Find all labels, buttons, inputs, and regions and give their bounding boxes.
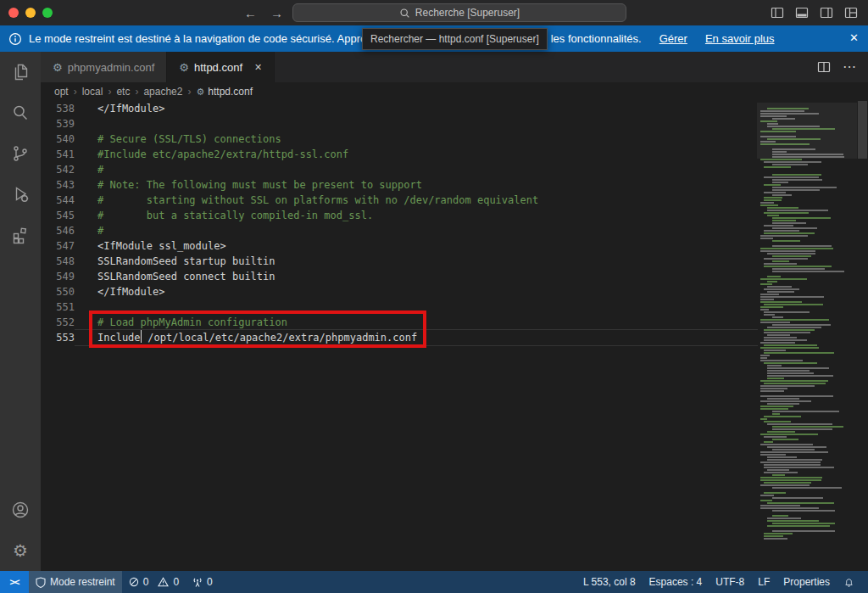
scrollbar-thumb[interactable] (858, 101, 867, 159)
code-line[interactable]: 546# (41, 223, 757, 238)
minimap-line (772, 515, 788, 517)
remote-indicator[interactable]: >< (0, 571, 29, 593)
ports-item[interactable]: 0 (186, 571, 220, 593)
split-editor-icon[interactable] (817, 60, 831, 74)
code-line[interactable]: 548SSLRandomSeed startup builtin (41, 254, 757, 269)
line-number[interactable]: 548 (41, 254, 75, 269)
minimap-line (760, 400, 811, 402)
minimap-line (767, 207, 798, 209)
line-number[interactable]: 546 (41, 223, 75, 238)
line-number[interactable]: 547 (41, 238, 75, 254)
zoom-window-button[interactable] (42, 8, 53, 18)
line-number[interactable]: 542 (41, 162, 75, 177)
code-line[interactable]: 540# Secure (SSL/TLS) connections (41, 131, 757, 147)
manage-link[interactable]: Gérer (659, 32, 687, 45)
line-number[interactable]: 543 (41, 177, 75, 193)
code-line[interactable]: 543# Note: The following must must be pr… (41, 177, 757, 193)
code-line[interactable]: 552# Load phpMyAdmin configuration (41, 315, 757, 330)
minimap-line (772, 227, 817, 229)
tab-close-icon[interactable]: ✕ (254, 62, 262, 73)
eol-item[interactable]: LF (751, 571, 776, 593)
more-actions-icon[interactable]: ⋯ (843, 60, 856, 74)
code-line[interactable]: 545# but a statically compiled-in mod_ss… (41, 208, 757, 223)
problems-item[interactable]: 0 0 (122, 571, 186, 593)
line-number[interactable]: 539 (41, 116, 75, 131)
breadcrumb-item[interactable]: opt (54, 86, 69, 98)
cursor-position-item[interactable]: L 553, col 8 (576, 571, 643, 593)
toggle-secondary-sidebar-icon[interactable] (820, 6, 833, 20)
code-line[interactable]: 547<IfModule ssl_module> (41, 238, 757, 254)
line-number[interactable]: 550 (41, 284, 75, 299)
toggle-sidebar-icon[interactable] (771, 6, 784, 20)
code-line[interactable]: 542# (41, 162, 757, 177)
minimap-line (767, 375, 833, 377)
minimap-line (764, 212, 809, 214)
code-line[interactable]: 550</IfModule> (41, 284, 757, 299)
notifications-item[interactable] (837, 571, 861, 593)
learn-more-link[interactable]: En savoir plus (705, 32, 775, 45)
account-icon[interactable] (0, 490, 41, 530)
line-number[interactable]: 549 (41, 269, 75, 284)
code-line[interactable]: 549SSLRandomSeed connect builtin (41, 269, 757, 284)
breadcrumb-item[interactable]: local (82, 86, 103, 98)
toggle-panel-icon[interactable] (795, 6, 809, 20)
code-line[interactable]: 553Include /opt/local/etc/apache2/extra/… (41, 330, 757, 345)
command-center-search[interactable]: Recherche [Superuser] (292, 3, 626, 22)
language-mode-item[interactable]: Properties (776, 571, 837, 593)
forward-icon[interactable]: → (270, 6, 283, 20)
search-sidebar-icon[interactable] (0, 92, 41, 133)
minimap-line (760, 306, 783, 308)
code-line[interactable]: 541#Include etc/apache2/extra/httpd-ssl.… (41, 147, 757, 162)
line-number[interactable]: 551 (41, 299, 75, 315)
minimap-line (760, 418, 767, 420)
editor-area[interactable]: 538</IfModule>539540# Secure (SSL/TLS) c… (41, 101, 868, 571)
minimap-line (764, 263, 797, 265)
line-number[interactable]: 538 (41, 101, 75, 116)
minimap-line (767, 469, 789, 471)
source-control-icon[interactable] (0, 133, 41, 174)
minimap-line (764, 337, 797, 338)
settings-gear-icon[interactable]: ⚙ (0, 530, 41, 571)
indentation-item[interactable]: Espaces : 4 (643, 571, 709, 593)
line-number[interactable]: 552 (41, 315, 75, 330)
line-number[interactable]: 545 (41, 208, 75, 223)
tab-phpmyadmin-conf[interactable]: ⚙ phpmyadmin.conf (41, 52, 167, 82)
minimap-line (767, 367, 829, 369)
minimap-line (760, 301, 802, 303)
tab-label: phpmyadmin.conf (68, 61, 155, 74)
tab-httpd-conf[interactable]: ⚙ httpd.conf ✕ (167, 52, 275, 82)
customize-layout-icon[interactable] (844, 6, 858, 20)
minimap-line (764, 329, 815, 331)
line-number[interactable]: 544 (41, 193, 75, 208)
back-icon[interactable]: ← (244, 6, 257, 20)
line-number[interactable]: 541 (41, 147, 75, 162)
minimap-slider[interactable] (757, 103, 857, 159)
line-number[interactable]: 553 (41, 330, 75, 345)
encoding-item[interactable]: UTF-8 (709, 571, 751, 593)
bell-icon (843, 577, 854, 588)
code-line[interactable]: 551 (41, 299, 757, 315)
code-line[interactable]: 539 (41, 116, 757, 131)
minimap-line (767, 431, 795, 433)
minimap-line (772, 474, 785, 476)
extensions-icon[interactable] (0, 215, 41, 255)
explorer-icon[interactable] (0, 52, 41, 92)
banner-close-icon[interactable]: ✕ (849, 31, 859, 44)
breadcrumb-file[interactable]: ⚙ httpd.conf (196, 86, 253, 98)
line-number[interactable]: 540 (41, 131, 75, 147)
minimap-line (764, 533, 793, 534)
minimap-line (772, 428, 832, 430)
breadcrumb-item[interactable]: apache2 (143, 86, 182, 98)
minimap-line (760, 235, 808, 237)
code-line[interactable]: 538</IfModule> (41, 101, 757, 116)
restricted-mode-item[interactable]: Mode restreint (29, 571, 122, 593)
close-window-button[interactable] (8, 8, 19, 18)
minimap-line (764, 344, 817, 346)
minimap[interactable] (757, 103, 857, 571)
run-debug-icon[interactable] (0, 174, 41, 215)
minimize-window-button[interactable] (25, 8, 36, 18)
code-line[interactable]: 544# starting without SSL on platforms w… (41, 193, 757, 208)
breadcrumb-item[interactable]: etc (116, 86, 130, 98)
code-text: <IfModule ssl_module> (97, 238, 226, 254)
minimap-line (772, 413, 780, 415)
